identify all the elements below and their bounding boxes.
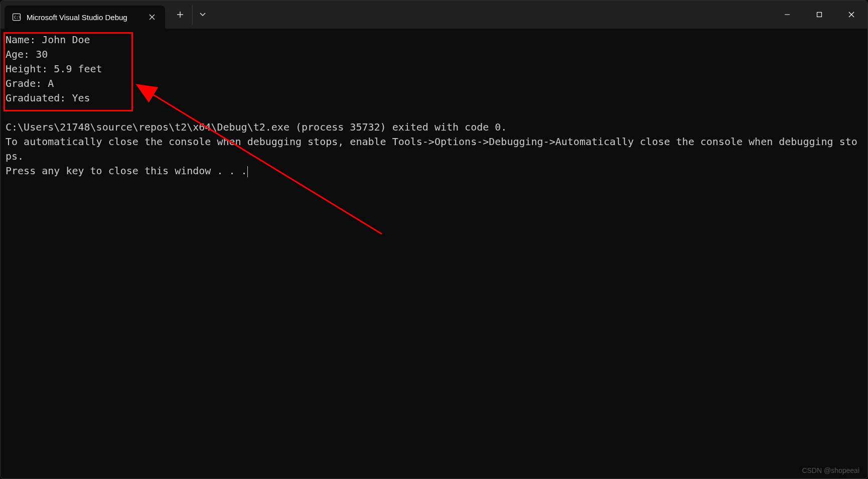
new-tab-button[interactable]: [170, 5, 190, 25]
console-output: Name: John Doe Age: 30 Height: 5.9 feet …: [1, 29, 867, 182]
close-button[interactable]: [835, 1, 867, 29]
svg-rect-7: [817, 13, 822, 17]
active-tab[interactable]: C:\ Microsoft Visual Studio Debug: [5, 6, 165, 29]
tab-title: Microsoft Visual Studio Debug: [27, 13, 127, 22]
output-line: Graduated: Yes: [6, 92, 90, 104]
console-window: C:\ Microsoft Visual Studio Debug: [0, 0, 868, 479]
auto-close-message: To automatically close the console when …: [6, 136, 857, 162]
titlebar-left: C:\ Microsoft Visual Studio Debug: [1, 1, 212, 29]
press-key-message: Press any key to close this window . . .: [6, 165, 247, 177]
text-cursor: [247, 166, 248, 177]
output-line: Grade: A: [6, 77, 54, 89]
watermark: CSDN @shopeeai: [802, 466, 859, 474]
maximize-button[interactable]: [803, 1, 835, 29]
output-line: Age: 30: [6, 48, 48, 60]
output-line: Name: John Doe: [6, 34, 90, 46]
exit-message: C:\Users\21748\source\repos\t2\x64\Debug…: [6, 121, 507, 133]
titlebar: C:\ Microsoft Visual Studio Debug: [1, 1, 867, 29]
tab-close-button[interactable]: [146, 11, 158, 23]
tab-dropdown-button[interactable]: [192, 5, 212, 25]
svg-text:C:\: C:\: [14, 15, 21, 20]
terminal-icon: C:\: [12, 12, 22, 22]
minimize-button[interactable]: [771, 1, 803, 29]
output-line: Height: 5.9 feet: [6, 63, 102, 75]
window-controls: [771, 1, 867, 29]
